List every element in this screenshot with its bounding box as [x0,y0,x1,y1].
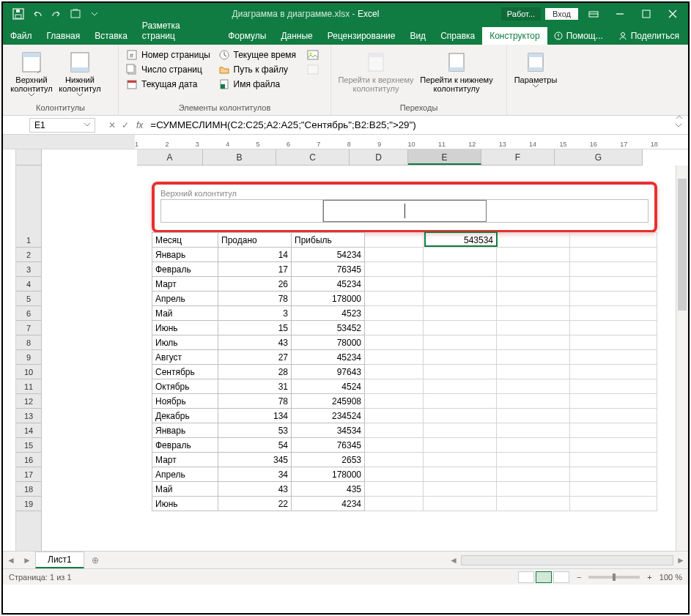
save-icon[interactable] [12,7,25,21]
row-header[interactable]: 14 [16,423,41,438]
sheet-tab[interactable]: Лист1 [35,552,84,568]
row-header[interactable]: 2 [16,248,41,262]
chevron-down-icon [84,123,90,127]
zoom-slider[interactable] [588,576,640,579]
cancel-icon[interactable]: ✕ [106,120,119,130]
share-button[interactable]: Поделиться [609,27,688,45]
current-time-button[interactable]: Текущее время [215,48,308,62]
scrollbar-thumb[interactable] [678,179,687,311]
maximize-icon[interactable] [635,3,657,25]
row-header[interactable]: 17 [16,467,41,482]
horizontal-scrollbar[interactable]: ◄► [446,555,688,565]
horizontal-ruler: 123456789101112131415161718 [3,135,688,149]
col-header-B[interactable]: B [203,149,276,165]
sheet-nav-next[interactable]: ► [19,555,35,565]
login-button[interactable]: Вход [545,8,578,20]
page-number-button[interactable]: #Номер страницы [123,48,215,62]
redo-icon[interactable] [50,7,63,21]
row-header[interactable]: 16 [16,453,41,467]
options-icon [524,51,547,74]
vertical-ruler [3,149,16,551]
zoom-in-icon[interactable]: + [647,573,651,582]
header-right-box[interactable] [487,200,648,222]
footer-button[interactable]: Нижний колонтитул [56,48,104,97]
tab-file[interactable]: Файл [3,27,40,45]
row-header[interactable]: 19 [16,497,41,511]
header-section-highlight: Верхний колонтитул [152,182,657,233]
page-layout-view-icon[interactable] [536,571,552,583]
minimize-icon[interactable] [609,3,631,25]
collapse-ribbon-icon[interactable] [675,113,684,122]
tab-insert[interactable]: Вставка [87,27,135,45]
vertical-scrollbar[interactable] [676,166,688,551]
normal-view-icon[interactable] [518,571,534,583]
row-header[interactable]: 9 [16,350,41,365]
status-bar: Страница: 1 из 1 − + 100 % [3,568,688,585]
undo-icon[interactable] [31,7,44,21]
tab-help[interactable]: Справка [433,27,482,45]
row-header[interactable]: 4 [16,277,41,292]
file-path-button[interactable]: Путь к файлу [215,62,308,77]
tab-home[interactable]: Главная [40,27,88,45]
tab-pagelayout[interactable]: Разметка страниц [135,17,221,45]
mode-pill[interactable]: Работ... [501,7,541,21]
header-label: Верхний колонтитул [160,189,648,198]
sheet-nav-prev[interactable]: ◄ [3,555,19,565]
open-icon[interactable] [69,7,82,21]
row-header[interactable]: 15 [16,438,41,453]
tab-formulas[interactable]: Формулы [221,27,273,45]
file-name-button[interactable]: Имя файла [215,77,308,92]
col-header-D[interactable]: D [350,149,408,165]
row-header[interactable]: 18 [16,482,41,497]
tell-me[interactable]: Помощ... [547,27,609,45]
table-row: Июнь1553452 [152,321,657,335]
table-row: Апрель34178000 [152,467,657,482]
header-center-box[interactable] [323,200,486,222]
row-header[interactable]: 3 [16,262,41,277]
header-button[interactable]: Верхний колонтитул [7,48,56,97]
header-left-box[interactable] [161,200,323,222]
cell-e1[interactable]: 543534 [424,233,497,248]
col-header-C[interactable]: C [276,149,350,165]
formula-input[interactable] [147,118,669,132]
options-button[interactable]: Параметры [511,48,560,88]
col-header-A[interactable]: A [137,149,203,165]
qat-dropdown-icon[interactable] [88,7,101,21]
format-picture-icon [307,64,326,75]
tab-view[interactable]: Вид [402,27,433,45]
picture-icon[interactable] [307,49,326,61]
page-count-button[interactable]: Число страниц [123,62,215,77]
row-header[interactable]: 6 [16,306,41,321]
row-header[interactable]: 7 [16,321,41,335]
zoom-level[interactable]: 100 % [659,573,682,582]
enter-icon[interactable]: ✓ [119,120,132,130]
row-header[interactable]: 5 [16,292,41,306]
name-box[interactable]: E1 [29,118,95,133]
new-sheet-button[interactable]: ⊕ [84,555,106,565]
col-header-G[interactable]: G [555,149,643,165]
row-header[interactable]: 1 [16,233,41,248]
header-boxes[interactable] [160,199,648,223]
row-header[interactable]: 12 [16,394,41,409]
col-header-E[interactable]: E [408,149,481,165]
zoom-out-icon[interactable]: − [577,573,581,582]
tab-review[interactable]: Рецензирование [320,27,403,45]
spreadsheet-grid[interactable]: ABCDEFG Верхний колонтитул Месяц Продано… [42,149,688,551]
svg-rect-23 [308,65,318,74]
expand-formula-icon[interactable] [669,122,688,129]
current-date-button[interactable]: Текущая дата [123,77,215,92]
row-header[interactable]: 13 [16,409,41,423]
goto-footer-button[interactable]: Перейти к нижнему колонтитулу [416,48,497,93]
ribbon-options-icon[interactable] [583,3,605,25]
row-header[interactable]: 8 [16,335,41,350]
col-header-F[interactable]: F [481,149,555,165]
tab-data[interactable]: Данные [273,27,319,45]
tab-design[interactable]: Конструктор [482,27,547,45]
fx-icon[interactable]: fx [132,120,147,130]
data-table[interactable]: Месяц Продано Прибыль 543534 Январь14542… [152,232,657,511]
row-header[interactable]: 11 [16,379,41,394]
goto-footer-icon [445,51,468,74]
close-icon[interactable] [662,3,684,25]
page-break-view-icon[interactable] [553,571,569,583]
row-header[interactable]: 10 [16,365,41,379]
